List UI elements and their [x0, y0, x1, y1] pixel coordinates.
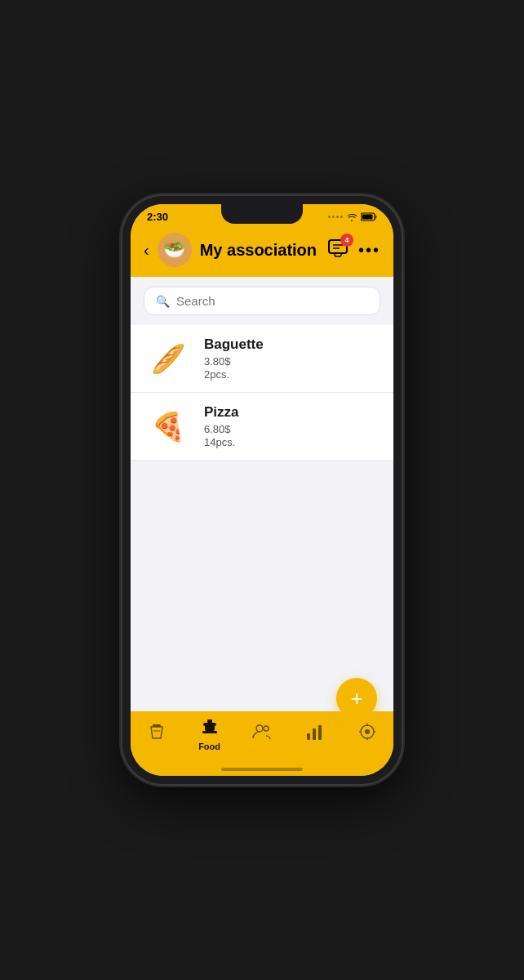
drinks-icon	[149, 723, 165, 745]
search-container: 🔍	[131, 277, 393, 325]
app-header: ‹ 🥗 My association 4 •••	[131, 226, 393, 277]
item-baguette-info: Baguette 3.80$ 2pcs.	[204, 336, 380, 381]
avatar: 🥗	[158, 233, 192, 267]
item-pizza-price: 6.80$	[204, 423, 380, 435]
nav-item-settings[interactable]	[344, 723, 389, 746]
status-time: 2:30	[147, 211, 168, 223]
members-icon	[252, 724, 272, 743]
svg-rect-1	[375, 216, 377, 219]
svg-rect-2	[362, 215, 373, 220]
items-list: 🥖 Baguette 3.80$ 2pcs. 🍕 Pizza 6.80$ 14p…	[131, 325, 393, 711]
stats-icon	[305, 724, 323, 744]
list-item[interactable]: 🥖 Baguette 3.80$ 2pcs.	[131, 325, 393, 393]
item-pizza-info: Pizza 6.80$ 14pcs.	[204, 404, 380, 448]
search-icon: 🔍	[156, 295, 170, 308]
list-item[interactable]: 🍕 Pizza 6.80$ 14pcs.	[131, 393, 393, 461]
svg-rect-11	[202, 731, 217, 733]
item-pizza-qty: 14pcs.	[204, 436, 380, 448]
back-button[interactable]: ‹	[144, 241, 149, 260]
svg-rect-10	[207, 719, 212, 723]
page-title: My association	[200, 241, 319, 260]
notification-button[interactable]: 4	[327, 238, 349, 261]
status-icons	[328, 212, 377, 221]
search-bar: 🔍	[144, 287, 380, 315]
header-actions: 4 •••	[327, 238, 380, 261]
svg-point-12	[256, 725, 263, 732]
item-baguette-qty: 2pcs.	[204, 368, 380, 381]
wifi-icon	[346, 212, 357, 221]
fab-container: +	[336, 678, 377, 719]
nav-item-drinks[interactable]	[135, 723, 180, 746]
item-baguette-name: Baguette	[204, 336, 380, 353]
battery-icon	[361, 212, 377, 221]
item-pizza-image: 🍕	[144, 406, 193, 447]
search-input[interactable]	[176, 294, 368, 308]
bottom-nav: Food	[131, 711, 393, 768]
food-icon	[201, 718, 219, 740]
notch	[221, 204, 303, 224]
svg-point-18	[365, 729, 370, 734]
svg-point-13	[264, 726, 269, 731]
svg-rect-9	[203, 723, 216, 726]
item-baguette-image: 🥖	[144, 338, 193, 379]
svg-rect-14	[307, 733, 310, 740]
svg-rect-16	[318, 725, 322, 740]
more-button[interactable]: •••	[358, 241, 380, 260]
phone-frame: 2:30 ‹ 🥗 My association	[122, 196, 402, 784]
nav-label-food: Food	[198, 742, 220, 751]
home-indicator	[131, 768, 393, 776]
item-pizza-name: Pizza	[204, 404, 380, 421]
nav-item-stats[interactable]	[292, 724, 337, 746]
phone-screen: 2:30 ‹ 🥗 My association	[131, 204, 393, 776]
avatar-image: 🥗	[163, 239, 185, 261]
nav-item-food[interactable]: Food	[187, 718, 232, 751]
notification-badge: 4	[340, 234, 353, 247]
nav-item-members[interactable]	[239, 724, 284, 745]
signal-icon	[328, 216, 343, 218]
item-baguette-price: 3.80$	[204, 355, 380, 368]
svg-rect-15	[313, 728, 316, 740]
home-bar	[221, 768, 303, 771]
settings-icon	[358, 723, 376, 745]
add-button[interactable]: +	[336, 678, 377, 719]
